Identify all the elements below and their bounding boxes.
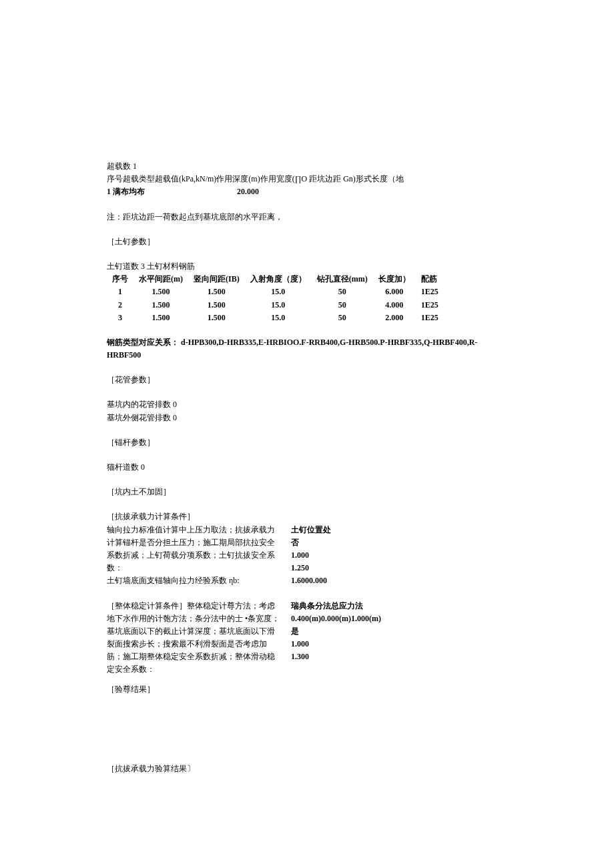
pullout-result-title: ［抗拔承载力验算结果〕 — [107, 763, 507, 775]
pullout-labels: 轴向拉力标准值计算中上压力取法；抗拔承载力计算锚杆是否分担土压力；施工期局部抗拉… — [107, 524, 280, 588]
pullout-values: 土钉位置处 否 1.000 1.250 1.6000.000 — [291, 524, 331, 588]
document-page: 超载数 1 序号超载类型超载值(kPa,kN/m)作用深度(m)作用宽度(∏O … — [0, 0, 614, 829]
anchor-count: 猫杆道数 0 — [107, 461, 507, 474]
stability-values: 瑞典条分法总应力法 0.400(m)0.000(m)1.000(m) 是 1.0… — [291, 600, 381, 677]
soilnail-table: 序号 水平间距(m) 竖向间距(IB) 入射角度（度） 钻孔直径(mm) 长度加… — [107, 273, 444, 324]
table-row: 3 1.500 1.500 15.0 50 2.000 1E25 — [107, 312, 444, 324]
overload-count: 超载数 1 — [107, 160, 507, 173]
pullout-block: 轴向拉力标准值计算中上压力取法；抗拔承载力计算锚杆是否分担土压力；施工期局部抗拉… — [107, 524, 507, 588]
col-v: 竖向间距(IB) — [188, 273, 245, 286]
table-row: 1 1.500 1.500 15.0 50 6.000 1E25 — [107, 286, 444, 298]
overload-note: 注：距坑边距一荷数起点到基坑底部的水平距离， — [107, 211, 507, 224]
col-dia: 钻孔直径(mm) — [312, 273, 373, 286]
table-row: 序号 水平间距(m) 竖向间距(IB) 入射角度（度） 钻孔直径(mm) 长度加… — [107, 273, 444, 286]
overload-table-header: 序号超载类型超载值(kPa,kN/m)作用深度(m)作用宽度(∏O 距坑边距 G… — [107, 173, 507, 185]
stability-block: ［整体稳定计算条件］整体稳定计尊方法；考虑地下水作用的计匏方法；条分法中的士 •… — [107, 600, 507, 677]
tube-inside-count: 基坑内的花管排数 0 — [107, 398, 507, 411]
result-section-title: ［验尊结果］ — [107, 683, 507, 696]
soilnail-section-title: ［土钉参数］ — [107, 236, 507, 248]
table-row: 2 1.500 1.500 15.0 50 4.000 1E25 — [107, 299, 444, 312]
rebar-type-map: 钢筋类型对应关系： d-HPB300,D-HRB335,E-HRBIOO.F-R… — [107, 336, 507, 362]
tube-section-title: ［花管参数］ — [107, 374, 507, 386]
tube-outside-count: 基坑外侧花管排数 0 — [107, 412, 507, 424]
col-h: 水平间距(m) — [133, 273, 188, 286]
stability-labels: ［整体稳定计算条件］整体稳定计尊方法；考虑地下水作用的计匏方法；条分法中的士 •… — [107, 600, 280, 677]
noreinforce-section-title: ［坑内土不加固］ — [107, 486, 507, 498]
anchor-section-title: ［锚杆参数］ — [107, 436, 507, 449]
col-len: 长度加） — [373, 273, 416, 286]
overload-row-1: 1 满布均布 20.000 — [107, 185, 507, 198]
soilnail-count: 土钉道数 3 土钉材料钢筋 — [107, 260, 507, 273]
col-idx: 序号 — [107, 273, 133, 286]
col-ang: 入射角度（度） — [245, 273, 312, 286]
pullout-section-title: ［抗拔承载力计算条件］ — [107, 510, 507, 523]
col-bar: 配筋 — [416, 273, 444, 286]
